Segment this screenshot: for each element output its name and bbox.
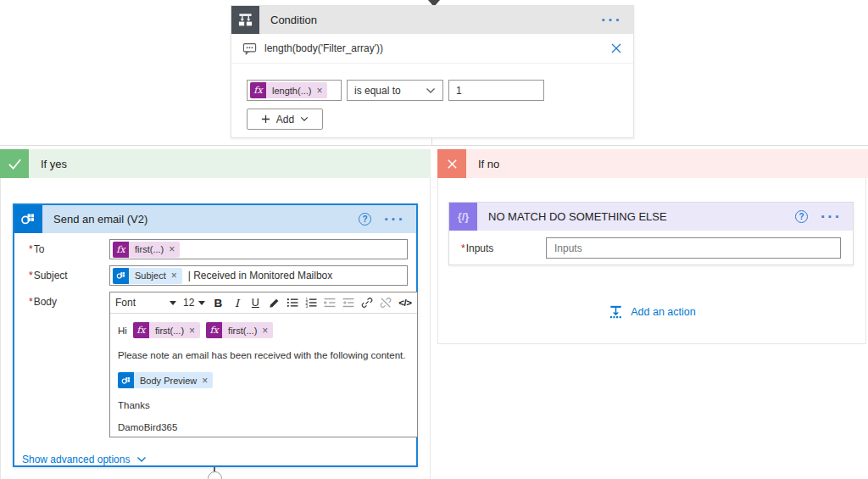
inputs-label: *Inputs <box>461 242 546 254</box>
remove-token-button[interactable]: × <box>260 325 273 337</box>
email-body-content[interactable]: Hi fx first(...) × fx first(...) × <box>110 314 417 437</box>
numbered-list-button[interactable]: 1 2 3 <box>305 294 317 311</box>
add-action-icon <box>608 304 624 320</box>
outdent-button[interactable] <box>324 294 336 311</box>
dropdown-arrow-icon <box>198 301 205 305</box>
compose-title: NO MATCH DO SOMETHING ELSE <box>488 210 795 223</box>
indent-button[interactable] <box>342 294 354 311</box>
check-icon <box>0 149 29 178</box>
compose-icon: {/} <box>449 203 477 231</box>
to-expression-token[interactable]: fx first(...) × <box>113 242 180 258</box>
remove-token-button[interactable]: × <box>314 85 327 97</box>
chevron-down-icon <box>136 456 147 463</box>
dropdown-arrow-icon <box>170 301 176 305</box>
dismiss-expression-button[interactable] <box>610 42 622 54</box>
x-icon <box>437 149 466 178</box>
outlook-icon <box>113 268 129 284</box>
condition-card-header[interactable]: Condition ··· <box>231 6 633 34</box>
body-text: Thanks <box>118 400 409 410</box>
expression-token-label: length(...) <box>266 86 314 96</box>
send-email-card: Send an email (V2) ? ··· *To fx first(..… <box>13 203 418 467</box>
condition-connector-line <box>431 138 432 145</box>
add-an-action-label: Add an action <box>631 306 695 318</box>
to-label: *To <box>21 239 109 255</box>
condition-menu-button[interactable]: ··· <box>601 16 622 25</box>
compose-card: {/} NO MATCH DO SOMETHING ELSE ? ··· *In… <box>448 202 854 265</box>
body-text: DamoBird365 <box>118 422 409 432</box>
font-size-dropdown[interactable]: 12 <box>183 297 205 309</box>
underline-button[interactable]: U <box>249 294 261 311</box>
if-yes-label: If yes <box>41 158 67 170</box>
subject-input[interactable]: Subject × | Received in Monitored Mailbo… <box>109 265 408 286</box>
fx-icon: fx <box>250 82 266 98</box>
condition-title: Condition <box>270 14 601 26</box>
condition-builder: fx length(...) × is equal to Add <box>231 64 633 130</box>
inputs-input[interactable] <box>546 237 841 259</box>
add-an-action-button[interactable]: Add an action <box>437 304 866 320</box>
condition-expression-row: length(body('Filter_array')) <box>231 34 633 64</box>
body-text: Please note an email has been received w… <box>118 350 409 360</box>
editor-toolbar: Font 12 B I U <box>110 292 417 314</box>
code-view-button[interactable]: </> <box>398 294 411 311</box>
body-preview-token[interactable]: Body Preview × <box>118 372 213 388</box>
bullet-list-button[interactable] <box>287 294 298 311</box>
to-input[interactable]: fx first(...) × <box>109 239 408 259</box>
body-expression-token[interactable]: fx first(...) × <box>206 322 273 338</box>
subject-text: | Received in Monitored Mailbox <box>188 270 333 281</box>
help-icon[interactable]: ? <box>359 213 371 226</box>
operator-value: is equal to <box>354 85 401 97</box>
send-email-title: Send an email (V2) <box>53 213 359 226</box>
add-condition-button[interactable]: Add <box>247 109 323 130</box>
add-condition-label: Add <box>276 114 294 125</box>
send-email-menu-button[interactable]: ··· <box>384 215 405 224</box>
subject-label: *Subject <box>21 265 109 281</box>
if-no-header[interactable]: If no <box>437 149 868 178</box>
condition-value-input[interactable] <box>448 80 544 101</box>
condition-expression-text: length(body('Filter_array')) <box>264 42 610 54</box>
flow-canvas: Condition ··· length(body('Filter_array'… <box>0 0 868 479</box>
compose-card-header[interactable]: {/} NO MATCH DO SOMETHING ELSE ? ··· <box>449 203 853 231</box>
chevron-down-icon <box>300 116 309 122</box>
font-dropdown[interactable]: Font <box>115 297 176 309</box>
send-email-header[interactable]: Send an email (V2) ? ··· <box>14 205 416 233</box>
remove-token-button[interactable]: × <box>167 243 180 255</box>
condition-card: Condition ··· length(body('Filter_array'… <box>231 5 634 138</box>
compose-menu-button[interactable]: ··· <box>821 213 842 221</box>
body-editor: Font 12 B I U <box>109 292 418 437</box>
body-label: *Body <box>21 292 109 308</box>
subject-token[interactable]: Subject × <box>113 268 182 284</box>
fx-icon: fx <box>113 242 129 258</box>
show-advanced-options-link[interactable]: Show advanced options <box>22 454 147 465</box>
outlook-icon <box>118 372 134 388</box>
body-expression-token[interactable]: fx first(...) × <box>133 322 200 338</box>
branch-split-line <box>0 145 868 146</box>
condition-operand-field[interactable]: fx length(...) × <box>247 80 342 101</box>
remove-token-button[interactable]: × <box>200 375 213 387</box>
link-button[interactable] <box>361 294 373 311</box>
highlight-pen-button[interactable] <box>268 294 280 311</box>
plus-icon <box>261 114 270 124</box>
fx-icon: fx <box>206 322 222 338</box>
help-icon[interactable]: ? <box>795 210 808 223</box>
condition-icon <box>231 6 259 34</box>
if-yes-header[interactable]: If yes <box>0 149 431 178</box>
condition-operator-dropdown[interactable]: is equal to <box>347 80 443 101</box>
comment-icon <box>242 42 257 55</box>
svg-text:3: 3 <box>306 304 309 308</box>
remove-token-button[interactable]: × <box>170 270 182 281</box>
unlink-button[interactable] <box>380 294 392 311</box>
body-text: Hi <box>118 326 127 336</box>
chevron-down-icon <box>426 87 436 94</box>
expression-token[interactable]: fx length(...) × <box>250 82 327 98</box>
fx-icon: fx <box>133 322 149 338</box>
italic-button[interactable]: I <box>231 294 242 311</box>
remove-token-button[interactable]: × <box>187 325 200 337</box>
bold-button[interactable]: B <box>212 294 224 311</box>
if-no-label: If no <box>478 158 499 170</box>
outlook-icon <box>14 205 42 233</box>
